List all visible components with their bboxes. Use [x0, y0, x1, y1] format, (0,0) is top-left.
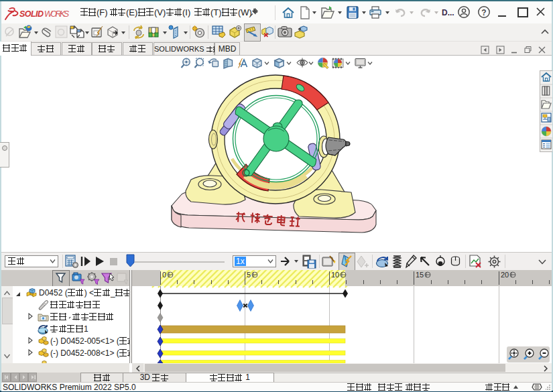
- svg-text:15: 15: [416, 271, 424, 279]
- svg-text:SOLID: SOLID: [19, 9, 44, 19]
- svg-text:10: 10: [331, 271, 339, 279]
- svg-text:5: 5: [247, 271, 251, 279]
- svg-text:WORKS: WORKS: [44, 9, 70, 19]
- svg-text:?: ?: [481, 8, 486, 17]
- svg-text:20: 20: [501, 271, 509, 279]
- svg-text:0: 0: [162, 271, 166, 279]
